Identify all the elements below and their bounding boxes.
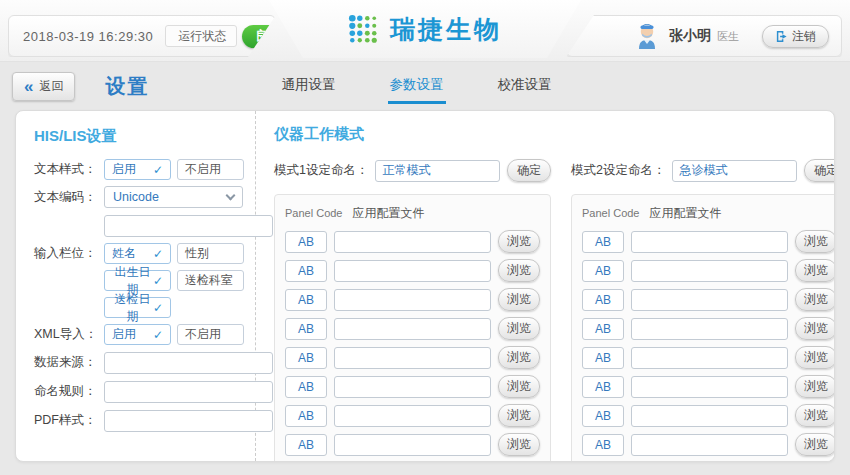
confirm-button[interactable]: 确定 <box>507 159 551 182</box>
browse-button[interactable]: 浏览 <box>795 375 835 398</box>
doctor-avatar <box>634 22 660 50</box>
panel-code-select[interactable]: AB <box>582 376 624 398</box>
config-file-input[interactable] <box>631 347 788 369</box>
encoding-path-input[interactable] <box>104 215 273 237</box>
panel-code-select[interactable]: AB <box>285 434 327 456</box>
config-file-input[interactable] <box>631 289 788 311</box>
datetime-text: 2018-03-19 16:29:30 <box>23 29 153 44</box>
panel-row: AB浏览 <box>582 404 835 427</box>
panel-code-select[interactable]: AB <box>285 347 327 369</box>
mode-2-name-row: 模式2设定命名： 确定 <box>571 159 835 182</box>
config-file-input[interactable] <box>631 260 788 282</box>
mode-2-name-input[interactable] <box>672 160 797 182</box>
panel-code-select[interactable]: AB <box>285 318 327 340</box>
panel-code-select[interactable]: AB <box>582 434 624 456</box>
config-file-input[interactable] <box>334 347 491 369</box>
config-file-input[interactable] <box>334 405 491 427</box>
encoding-select[interactable]: Unicode <box>104 186 243 208</box>
panel-code-select[interactable]: AB <box>582 231 624 253</box>
back-button[interactable]: « 返回 <box>12 72 75 101</box>
status-plaque: 2018-03-19 16:29:30 运行状态 良好 <box>8 15 276 57</box>
panel-code-select[interactable]: AB <box>285 289 327 311</box>
config-file-input[interactable] <box>334 231 491 253</box>
settings-card: HIS/LIS设置 文本样式： 启用✓不启用 文本编码： Unicode 浏览 … <box>15 110 835 462</box>
browse-button[interactable]: 浏览 <box>498 230 540 253</box>
browse-button[interactable]: 浏览 <box>795 259 835 282</box>
config-file-input[interactable] <box>334 434 491 456</box>
mode-2-column: 模式2设定命名： 确定 Panel Code 应用配置文件 AB浏览AB浏览AB… <box>571 157 835 462</box>
page-title: 设置 <box>105 73 149 100</box>
browse-button[interactable]: 浏览 <box>498 317 540 340</box>
instrument-mode-section: 仪器工作模式 模式1设定命名： 确定 Panel Code 应用配置文件 AB浏… <box>256 111 835 461</box>
panel-code-select[interactable]: AB <box>285 405 327 427</box>
naming-rule-input[interactable] <box>104 381 273 403</box>
mode-1-name-row: 模式1设定命名： 确定 <box>274 159 551 182</box>
tab-通用设置[interactable]: 通用设置 <box>280 72 338 104</box>
browse-button[interactable]: 浏览 <box>795 346 835 369</box>
option-性别[interactable]: 性别 <box>177 243 244 264</box>
config-file-input[interactable] <box>334 260 491 282</box>
panel-code-select[interactable]: AB <box>285 231 327 253</box>
browse-button[interactable]: 浏览 <box>498 375 540 398</box>
panel-code-select[interactable]: AB <box>582 260 624 282</box>
option-不启用[interactable]: 不启用 <box>177 324 244 345</box>
his-lis-title: HIS/LIS设置 <box>34 127 243 146</box>
field-options-3: 送检日期✓ <box>104 297 243 318</box>
logout-button[interactable]: 注销 <box>762 25 829 48</box>
config-file-input[interactable] <box>631 318 788 340</box>
pdf-style-input[interactable] <box>104 410 273 432</box>
browse-button[interactable]: 浏览 <box>795 433 835 456</box>
his-lis-section: HIS/LIS设置 文本样式： 启用✓不启用 文本编码： Unicode 浏览 … <box>16 111 256 461</box>
browse-button[interactable]: 浏览 <box>795 288 835 311</box>
naming-rule-label: 命名规则： <box>34 383 104 400</box>
panel-code-select[interactable]: AB <box>285 260 327 282</box>
confirm-button[interactable]: 确定 <box>804 159 835 182</box>
option-送检日期[interactable]: 送检日期✓ <box>104 297 171 318</box>
mode-1-name-input[interactable] <box>375 160 500 182</box>
option-启用[interactable]: 启用✓ <box>104 324 171 345</box>
panel-row: AB浏览 <box>582 346 835 369</box>
xml-import-row: XML导入： 启用✓不启用 <box>34 324 243 345</box>
back-label: 返回 <box>39 78 63 95</box>
panel-code-select[interactable]: AB <box>285 376 327 398</box>
logout-label: 注销 <box>792 28 816 45</box>
config-file-input[interactable] <box>631 434 788 456</box>
panel-row: AB浏览 <box>285 259 540 282</box>
option-出生日期[interactable]: 出生日期✓ <box>104 270 171 291</box>
panel-row: AB浏览 <box>582 317 835 340</box>
option-启用[interactable]: 启用✓ <box>104 159 171 180</box>
browse-button[interactable]: 浏览 <box>498 433 540 456</box>
input-fields-row-3: 送检日期✓ <box>34 297 243 318</box>
browse-button[interactable]: 浏览 <box>498 346 540 369</box>
browse-button[interactable]: 浏览 <box>795 317 835 340</box>
config-file-input[interactable] <box>631 405 788 427</box>
config-file-input[interactable] <box>334 318 491 340</box>
panel-code-select[interactable]: AB <box>582 405 624 427</box>
browse-button[interactable]: 浏览 <box>795 230 835 253</box>
panel-code-select[interactable]: AB <box>582 289 624 311</box>
instrument-mode-title: 仪器工作模式 <box>274 125 835 144</box>
data-source-input[interactable] <box>104 352 273 374</box>
browse-button[interactable]: 浏览 <box>498 288 540 311</box>
option-不启用[interactable]: 不启用 <box>177 159 244 180</box>
option-姓名[interactable]: 姓名✓ <box>104 243 171 264</box>
option-送检科室[interactable]: 送检科室 <box>177 270 244 291</box>
tab-参数设置[interactable]: 参数设置 <box>388 72 446 104</box>
config-file-input[interactable] <box>631 376 788 398</box>
browse-button[interactable]: 浏览 <box>795 404 835 427</box>
panel-code-select[interactable]: AB <box>582 347 624 369</box>
logout-icon <box>775 30 788 43</box>
user-plaque: 张小明 医生 注销 <box>566 15 842 57</box>
chevron-down-icon <box>226 190 236 200</box>
config-file-input[interactable] <box>631 231 788 253</box>
config-file-input[interactable] <box>334 376 491 398</box>
browse-button[interactable]: 浏览 <box>498 259 540 282</box>
tab-校准设置[interactable]: 校准设置 <box>496 72 554 104</box>
config-file-header: 应用配置文件 <box>650 205 722 222</box>
user-role: 医生 <box>717 29 739 44</box>
brand-name: 瑞捷生物 <box>390 13 502 46</box>
panel-code-select[interactable]: AB <box>582 318 624 340</box>
config-file-input[interactable] <box>334 289 491 311</box>
browse-button[interactable]: 浏览 <box>498 404 540 427</box>
panel-row: AB浏览 <box>582 288 835 311</box>
